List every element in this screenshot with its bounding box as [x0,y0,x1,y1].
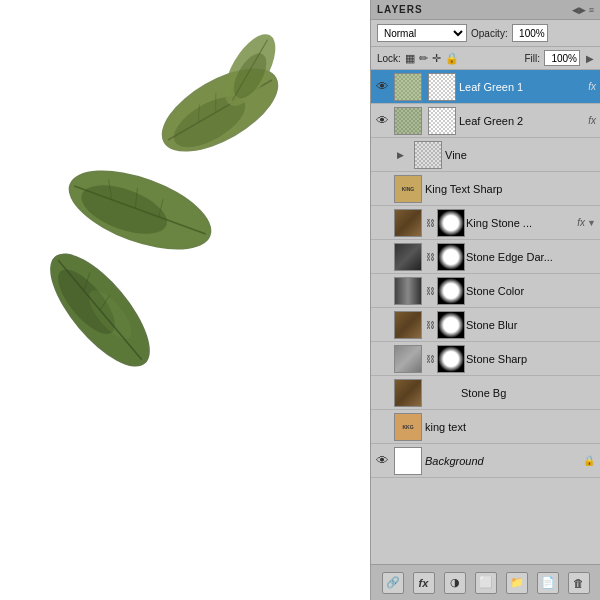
arrow-king-stone[interactable]: ▼ [587,218,596,228]
leaf-container [20,30,320,380]
lock-row: Lock: ▦ ✏ ✛ 🔒 Fill: ▶ [371,47,600,70]
panel-header: LAYERS ◀▶ ≡ [371,0,600,20]
expand-vine[interactable]: ▶ [397,150,411,160]
chain-stone-edge: ⛓ [426,252,435,262]
eye-stone-edge[interactable]: 👁 [373,240,391,273]
layer-item-stone-blur[interactable]: 👁 ⛓ Stone Blur [371,308,600,342]
eye-stone-blur[interactable]: 👁 [373,308,391,341]
canvas-inner [0,0,370,600]
delete-layer-button[interactable]: 🗑 [568,572,590,594]
lock-pixel-icon[interactable]: ▦ [405,52,415,65]
layer-item-stone-sharp[interactable]: 👁 ⛓ Stone Sharp [371,342,600,376]
eye-king-text[interactable]: 👁 [373,410,391,443]
layer-name-leaf-green-1: Leaf Green 1 [459,81,588,93]
lock-label: Lock: [377,53,401,64]
eye-leaf-green-2[interactable]: 👁 [373,104,391,137]
mask-stone-color [437,277,465,305]
mask-stone-edge [437,243,465,271]
lock-paint-icon[interactable]: ✏ [419,52,428,65]
mask-stone-blur [437,311,465,339]
layer-item-stone-color[interactable]: 👁 ⛓ Stone Color [371,274,600,308]
thumb-king-text-sharp: KING [394,175,422,203]
layer-item-king-text-sharp[interactable]: 👁 KING King Text Sharp [371,172,600,206]
add-group-button[interactable]: 📁 [506,572,528,594]
thumb-vine [414,141,442,169]
fill-input[interactable] [544,50,580,66]
layer-name-stone-sharp: Stone Sharp [466,353,598,365]
layer-name-background: Background [425,455,583,467]
eye-vine[interactable]: 👁 [373,138,391,171]
eye-leaf-green-1[interactable]: 👁 [373,70,391,103]
mask-stone-sharp [437,345,465,373]
thumb-stone-color [394,277,422,305]
new-layer-button[interactable]: 📄 [537,572,559,594]
fill-label: Fill: [524,53,540,64]
fx-leaf-green-2: fx [588,115,596,126]
layer-item-leaf-green-1[interactable]: 👁 Leaf Green 1 fx [371,70,600,104]
eye-king-text-sharp[interactable]: 👁 [373,172,391,205]
thumb-leaf-green-1 [394,73,422,101]
eye-stone-sharp[interactable]: 👁 [373,342,391,375]
layer-name-stone-edge: Stone Edge Dar... [466,251,598,263]
lock-position-icon[interactable]: ✛ [432,52,441,65]
layer-name-stone-blur: Stone Blur [466,319,598,331]
layer-name-king-text: king text [425,421,598,433]
mask-thumb-leaf-green-1 [428,73,456,101]
fx-leaf-green-1: fx [588,81,596,92]
layers-panel: LAYERS ◀▶ ≡ Normal Multiply Screen Opaci… [370,0,600,600]
layer-item-leaf-green-2[interactable]: 👁 Leaf Green 2 fx [371,104,600,138]
mask-king-stone [437,209,465,237]
canvas-area [0,0,370,600]
thumb-stone-bg [394,379,422,407]
eye-king-stone[interactable]: 👁 [373,206,391,239]
opacity-label: Opacity: [471,28,508,39]
layer-item-king-text[interactable]: 👁 KKG king text [371,410,600,444]
collapse-icon[interactable]: ◀▶ [572,5,586,15]
add-fx-button[interactable]: fx [413,572,435,594]
layers-list: 👁 Leaf Green 1 fx 👁 Leaf Green 2 fx 👁 [371,70,600,564]
chain-stone-color: ⛓ [426,286,435,296]
add-mask-button[interactable]: ⬜ [475,572,497,594]
panel-footer: 🔗 fx ◑ ⬜ 📁 📄 🗑 [371,564,600,600]
link-layers-button[interactable]: 🔗 [382,572,404,594]
lock-all-icon[interactable]: 🔒 [445,52,459,65]
add-adjustment-button[interactable]: ◑ [444,572,466,594]
eye-background[interactable]: 👁 [373,444,391,477]
opacity-input[interactable] [512,24,548,42]
lock-background-icon: 🔒 [583,455,595,466]
layer-name-vine: Vine [445,149,598,161]
thumb-stone-blur [394,311,422,339]
panel-title: LAYERS [377,4,423,15]
layer-item-background[interactable]: 👁 Background 🔒 [371,444,600,478]
fx-king-stone: fx [577,217,585,228]
layer-name-stone-color: Stone Color [466,285,598,297]
thumb-leaf-green-2 [394,107,422,135]
layer-item-stone-edge[interactable]: 👁 ⛓ Stone Edge Dar... [371,240,600,274]
panel-menu-icon[interactable]: ≡ [589,5,594,15]
thumb-stone-edge [394,243,422,271]
layer-name-leaf-green-2: Leaf Green 2 [459,115,588,127]
blend-opacity-row: Normal Multiply Screen Opacity: [371,20,600,47]
eye-stone-color[interactable]: 👁 [373,274,391,307]
panel-header-icons: ◀▶ ≡ [572,5,594,15]
chain-king-stone: ⛓ [426,218,435,228]
layer-item-vine[interactable]: 👁 ▶ Vine [371,138,600,172]
layer-name-king-text-sharp: King Text Sharp [425,183,598,195]
chain-stone-blur: ⛓ [426,320,435,330]
layer-name-stone-bg: Stone Bg [461,387,598,399]
thumb-stone-sharp [394,345,422,373]
chain-stone-sharp: ⛓ [426,354,435,364]
layer-item-stone-bg[interactable]: 👁 Stone Bg [371,376,600,410]
layer-item-king-stone[interactable]: 👁 ⛓ King Stone ... fx ▼ [371,206,600,240]
layer-name-king-stone: King Stone ... [466,217,577,229]
fill-arrow-icon[interactable]: ▶ [586,53,594,64]
thumb-king-stone [394,209,422,237]
eye-stone-bg[interactable]: 👁 [373,376,391,409]
thumb-king-text: KKG [394,413,422,441]
blend-mode-select[interactable]: Normal Multiply Screen [377,24,467,42]
thumb-background [394,447,422,475]
mask-thumb-leaf-green-2 [428,107,456,135]
